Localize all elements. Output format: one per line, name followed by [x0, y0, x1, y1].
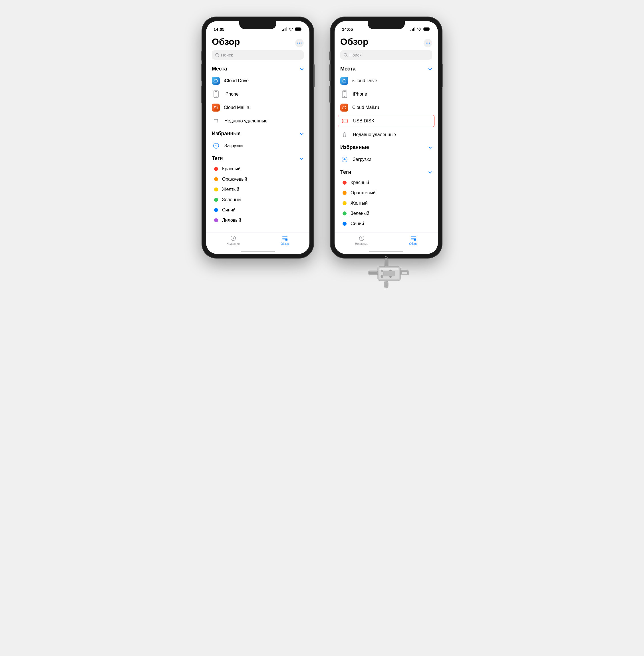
svg-rect-16: [285, 239, 288, 240]
status-icons: [282, 27, 302, 31]
section-header-tags: Теги: [212, 156, 304, 162]
tab-recents[interactable]: Недавние: [355, 235, 368, 245]
list-item-label-downloads: Загрузки: [224, 143, 243, 148]
section-header-favorites: Избранные: [212, 131, 304, 137]
wifi-icon: [417, 27, 422, 31]
usb-drive-image: [358, 255, 415, 299]
tag-item-blue[interactable]: Синий: [340, 218, 432, 229]
svg-rect-3: [286, 27, 287, 31]
tab-browse-label: Обзор: [409, 242, 417, 245]
tag-item-red[interactable]: Красный: [340, 178, 432, 188]
section-header-tags: Теги: [340, 169, 432, 175]
tag-item-yellow[interactable]: Желтый: [340, 198, 432, 208]
tag-dot-purple: [214, 218, 218, 222]
section-title-favorites: Избранные: [212, 131, 240, 137]
tab-browse[interactable]: Обзор: [281, 235, 289, 245]
list-item-cloudmail[interactable]: Cloud Mail.ru: [212, 101, 304, 114]
tag-label-blue: Синий: [222, 207, 235, 213]
page-title: Обзор: [212, 37, 240, 47]
vol-up-btn: [201, 64, 202, 81]
list-item-usbdisk[interactable]: USB DISK: [338, 115, 435, 127]
tag-item-orange[interactable]: Оранжевый: [212, 174, 304, 184]
list-item-downloads[interactable]: Загрузки: [212, 139, 304, 153]
tab-browse[interactable]: Обзор: [409, 235, 417, 245]
svg-rect-18: [412, 29, 413, 31]
tab-recents-label: Недавние: [227, 242, 240, 245]
tag-label-yellow: Желтый: [350, 201, 368, 206]
chevron-favorites[interactable]: [428, 145, 432, 150]
list-item-downloads[interactable]: Загрузки: [340, 153, 432, 166]
tag-item-purple[interactable]: Лиловый: [212, 215, 304, 226]
list-item-iphone[interactable]: iPhone: [340, 87, 432, 101]
chevron-tags[interactable]: [300, 156, 304, 161]
list-item-label-usbdisk: USB DISK: [353, 118, 374, 123]
svg-point-25: [429, 43, 430, 44]
tag-item-blue[interactable]: Синий: [212, 205, 304, 215]
tab-bar: Недавние Обзор: [206, 233, 309, 251]
tag-dot-green: [343, 211, 347, 215]
tag-label-green: Зеленый: [222, 197, 241, 202]
svg-rect-17: [411, 30, 411, 31]
cloudmail-icon: [340, 103, 348, 112]
download-icon: [340, 155, 349, 164]
chevron-places[interactable]: [428, 67, 432, 72]
section-header-places: Места: [340, 66, 432, 72]
svg-rect-5: [296, 28, 301, 30]
chevron-tags[interactable]: [428, 170, 432, 175]
list-item-label-iphone: iPhone: [224, 92, 239, 97]
svg-line-27: [347, 56, 348, 57]
svg-point-13: [216, 96, 217, 97]
tag-label-red: Красный: [350, 180, 369, 185]
recents-tab-icon: [230, 235, 236, 241]
tab-recents-label: Недавние: [355, 242, 368, 245]
tag-item-red[interactable]: Красный: [212, 164, 304, 174]
tab-browse-label: Обзор: [281, 242, 289, 245]
svg-rect-58: [385, 260, 388, 266]
iphone-icon: [340, 90, 349, 98]
more-button[interactable]: [295, 39, 304, 47]
section-title-favorites: Избранные: [340, 144, 369, 150]
tag-item-green[interactable]: Зеленый: [212, 195, 304, 205]
chevron-places[interactable]: [300, 67, 304, 72]
list-item-trash[interactable]: Недавно удаленные: [340, 128, 432, 142]
search-bar[interactable]: Поиск: [340, 50, 432, 60]
tag-label-orange: Оранжевый: [350, 190, 376, 195]
section-header-favorites: Избранные: [340, 144, 432, 150]
svg-rect-20: [414, 27, 415, 31]
more-button[interactable]: [423, 39, 432, 47]
tag-label-blue: Синий: [350, 221, 364, 226]
tag-item-yellow[interactable]: Желтый: [212, 184, 304, 195]
status-time: 14:05: [213, 27, 224, 32]
svg-rect-1: [283, 29, 284, 31]
tag-item-green[interactable]: Зеленый: [340, 208, 432, 218]
svg-rect-2: [284, 28, 285, 31]
notch: [368, 21, 405, 29]
silent-switch: [201, 51, 202, 61]
vol-down-btn: [201, 86, 202, 103]
icloud-icon: [340, 77, 348, 85]
list-item-iphone[interactable]: iPhone: [212, 87, 304, 101]
power-btn: [442, 64, 443, 87]
section-header-places: Места: [212, 66, 304, 72]
search-bar[interactable]: Поиск: [212, 50, 304, 60]
list-item-trash[interactable]: Недавно удаленные: [212, 114, 304, 128]
list-item-cloudmail[interactable]: Cloud Mail.ru: [340, 101, 432, 114]
list-item-label-cloudmail: Cloud Mail.ru: [352, 105, 379, 110]
search-placeholder: Поиск: [349, 52, 361, 57]
recents-tab-icon: [359, 235, 365, 241]
chevron-favorites[interactable]: [300, 131, 304, 136]
search-icon: [215, 53, 219, 57]
tab-recents[interactable]: Недавние: [227, 235, 240, 245]
battery-icon: [295, 27, 302, 31]
tag-item-orange[interactable]: Оранжевый: [340, 188, 432, 198]
list-item-icloud[interactable]: iCloud Drive: [340, 74, 432, 87]
list-item-icloud[interactable]: iCloud Drive: [212, 74, 304, 87]
ellipsis-icon: [297, 43, 302, 44]
tag-dot-blue: [214, 208, 218, 212]
screen-content: Обзор Поиск Места: [335, 36, 438, 233]
svg-point-8: [301, 43, 302, 44]
usb-icon: [341, 117, 349, 125]
svg-point-6: [297, 43, 298, 44]
signal-icon: [282, 27, 287, 31]
svg-rect-62: [380, 268, 399, 270]
